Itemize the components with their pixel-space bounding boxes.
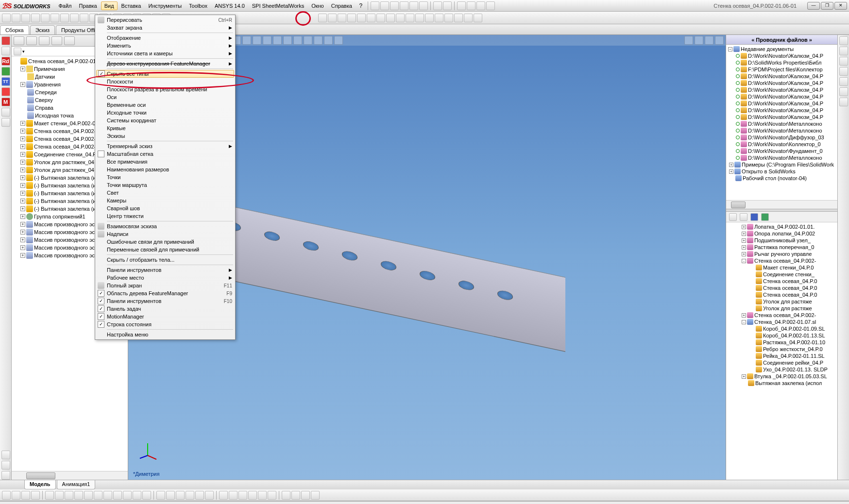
expand-icon[interactable]: + xyxy=(742,374,746,379)
recent-item[interactable]: D:\Work\Novator\Жалюзи_04.P xyxy=(727,107,836,114)
file-tree-node[interactable]: +Стенка осевая_04.P.002- xyxy=(727,312,836,319)
taskpane-tab-icon[interactable] xyxy=(839,57,848,66)
tool-icon[interactable] xyxy=(347,14,356,22)
help-icon[interactable]: ? xyxy=(357,1,365,10)
motion-tab[interactable]: Анимация1 xyxy=(57,480,96,489)
recent-item[interactable]: D:\Work\Novator\Диффузор_03 xyxy=(727,134,836,141)
expand-icon[interactable]: + xyxy=(20,222,25,227)
file-tree-node[interactable]: Растяжка_04.P.002-01.10 xyxy=(727,339,836,346)
recent-documents-tree[interactable]: −Недавние документы D:\Work\Novator\Жалю… xyxy=(726,45,837,200)
menu-инструменты[interactable]: Инструменты xyxy=(145,1,185,10)
menu-вставка[interactable]: Вставка xyxy=(118,1,145,10)
expand-icon[interactable]: + xyxy=(729,163,733,167)
menu-item[interactable]: ✓Панели инструментовF10 xyxy=(96,297,234,305)
tool-icon[interactable] xyxy=(301,491,310,500)
menu-item[interactable]: ✓Строка состояния xyxy=(96,320,234,328)
file-tree-node[interactable]: +Опора лопатки_04.P.002 xyxy=(727,230,836,237)
recent-item[interactable]: D:\Work\Novator\Жалюзи_04.P xyxy=(727,80,836,86)
file-tree-node[interactable]: Стенка осевая_04.P.0 xyxy=(727,278,836,285)
tool-icon[interactable] xyxy=(1,461,10,470)
viewport-min-icon[interactable] xyxy=(705,36,713,45)
tool-icon[interactable] xyxy=(74,491,83,500)
tool-icon[interactable] xyxy=(186,491,194,500)
menu-item[interactable]: Переменные связей для примечаний xyxy=(96,246,234,253)
file-tree-node[interactable]: Ухо_04.P.002-01.13. SLDP xyxy=(727,366,836,373)
configmanager-tab[interactable] xyxy=(39,36,50,45)
tool-icon[interactable] xyxy=(60,14,69,22)
expand-icon[interactable]: + xyxy=(20,253,25,258)
recent-item[interactable]: D:\Work\Novator\Жалюзи_04.P xyxy=(727,86,836,93)
tool-icon[interactable] xyxy=(176,491,185,500)
tool-icon[interactable]: M xyxy=(1,98,10,106)
menu-item[interactable]: ✓Скрыть все типы xyxy=(96,70,234,78)
recent-item[interactable]: D:\Work\Novator\Жалюзи_04.P xyxy=(727,114,836,120)
tool-icon[interactable] xyxy=(84,491,93,500)
view-icon[interactable] xyxy=(263,36,272,45)
file-tree-node[interactable]: Рейка_04.P.002-01.11.SL xyxy=(727,353,836,359)
tool-icon[interactable] xyxy=(55,491,64,500)
recent-item[interactable]: F:\PDM\Project files\Коллектор xyxy=(727,66,836,73)
dropdown-icon[interactable]: ▾ xyxy=(22,49,25,54)
expand-icon[interactable]: + xyxy=(20,121,25,126)
menu-item[interactable]: Захват экрана▶ xyxy=(96,24,234,32)
tool-icon[interactable] xyxy=(291,491,300,500)
undo-icon[interactable] xyxy=(433,1,442,10)
expand-icon[interactable]: + xyxy=(20,129,25,134)
featuremanager-tab[interactable] xyxy=(14,36,24,45)
expand-icon[interactable]: + xyxy=(742,313,746,318)
tool-icon[interactable] xyxy=(415,14,424,22)
view-icon[interactable] xyxy=(334,36,343,45)
menu-правка[interactable]: Правка xyxy=(76,1,101,10)
expand-icon[interactable]: + xyxy=(20,214,25,219)
file-tree-node[interactable]: Соединение рейки_04.P xyxy=(727,359,836,366)
tool-icon[interactable] xyxy=(1,108,10,117)
tool-icon[interactable] xyxy=(376,14,385,22)
recent-item[interactable]: D:\SolidWorks Properties\Библ xyxy=(727,59,836,66)
menu-вид[interactable]: Вид xyxy=(101,1,118,10)
tool-icon[interactable] xyxy=(238,491,247,500)
tool-icon[interactable] xyxy=(142,491,151,500)
tool-icon[interactable] xyxy=(21,491,30,500)
file-explorer-tree[interactable]: +Лопатка_04.P.002-01.01.+Опора лопатки_0… xyxy=(726,222,837,480)
tool-icon[interactable] xyxy=(282,491,290,500)
select-icon[interactable] xyxy=(457,1,466,10)
tool-icon[interactable] xyxy=(219,491,228,500)
options-icon[interactable] xyxy=(476,1,485,10)
view-icon[interactable] xyxy=(729,213,737,221)
menu-item[interactable]: Трехмерный эскиз▶ xyxy=(96,142,234,150)
viewport-close-icon[interactable] xyxy=(715,36,724,45)
taskpane-tab-icon[interactable] xyxy=(839,47,848,55)
dimxpert-tab[interactable] xyxy=(51,36,62,45)
tool-icon[interactable] xyxy=(367,14,375,22)
propertymanager-tab[interactable] xyxy=(26,36,37,45)
taskpane-tab-icon[interactable] xyxy=(839,36,848,45)
tool-icon[interactable] xyxy=(45,491,54,500)
file-tree-node[interactable]: Стенка осевая_04.P.0 xyxy=(727,291,836,298)
menu-ansys 14.0[interactable]: ANSYS 14.0 xyxy=(211,1,248,10)
expand-icon[interactable]: + xyxy=(742,232,746,236)
saveall-icon[interactable] xyxy=(400,1,408,10)
menu-item[interactable]: Панели инструментов▶ xyxy=(96,266,234,274)
tool-icon[interactable]: Rd xyxy=(1,57,10,66)
viewport-max-icon[interactable] xyxy=(695,36,703,45)
tool-icon[interactable] xyxy=(166,491,175,500)
tool-icon[interactable] xyxy=(1,87,10,96)
tool-icon[interactable] xyxy=(406,14,414,22)
menu-toolbox[interactable]: Toolbox xyxy=(186,1,211,10)
tool-icon[interactable] xyxy=(156,491,165,500)
tool-icon[interactable]: TT xyxy=(1,77,10,86)
tool-icon[interactable] xyxy=(258,491,267,500)
tool-icon[interactable] xyxy=(454,14,463,22)
expand-icon[interactable]: + xyxy=(20,136,25,141)
recent-item[interactable]: D:\Work\Novator\Жалюзи_04.P xyxy=(727,100,836,107)
tool-icon[interactable] xyxy=(311,491,320,500)
new-icon[interactable] xyxy=(371,1,379,10)
tool-icon[interactable] xyxy=(21,14,30,22)
expand-icon[interactable]: + xyxy=(20,191,25,196)
view-icon[interactable] xyxy=(273,36,282,45)
view-icon[interactable] xyxy=(283,36,292,45)
file-tree-node[interactable]: Соединение стенки_ xyxy=(727,271,836,278)
tool-icon[interactable] xyxy=(12,14,20,22)
cm-tab[interactable]: Сборка xyxy=(0,25,29,34)
menu-item[interactable]: Ошибочные связи для примечаний xyxy=(96,238,234,246)
